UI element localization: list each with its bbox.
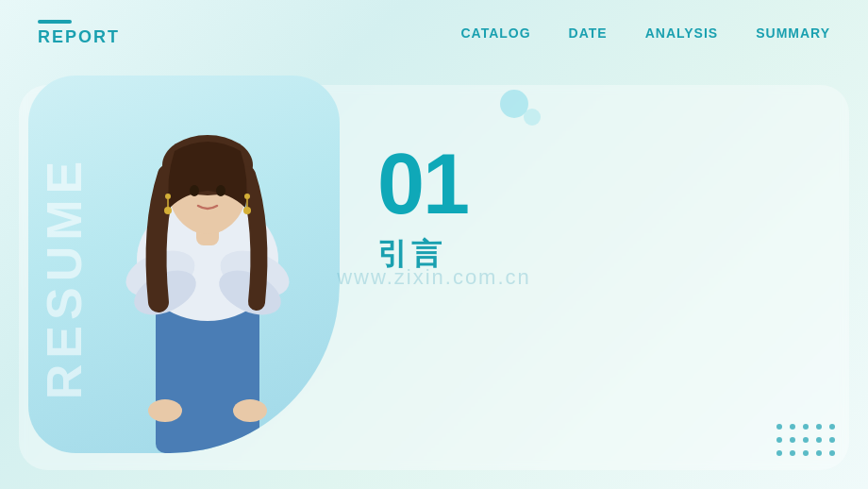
nav-item-catalog[interactable]: CATALOG bbox=[460, 25, 530, 41]
svg-point-14 bbox=[244, 194, 250, 199]
logo-area: REPORT bbox=[38, 20, 120, 47]
svg-point-16 bbox=[243, 207, 251, 214]
nav: CATALOG DATE ANALYSIS SUMMARY bbox=[460, 25, 830, 41]
section-title: 引言 bbox=[377, 234, 811, 276]
dot-2 bbox=[790, 424, 795, 430]
svg-point-9 bbox=[190, 185, 199, 196]
dot-10 bbox=[829, 437, 835, 443]
nav-item-date[interactable]: DATE bbox=[569, 25, 608, 41]
dot-14 bbox=[816, 450, 822, 456]
person-image bbox=[75, 85, 340, 453]
dot-grid-decoration bbox=[776, 424, 835, 456]
resume-vertical-text: RESUME bbox=[36, 156, 92, 399]
dot-4 bbox=[816, 424, 822, 430]
nav-item-summary[interactable]: SUMMARY bbox=[756, 25, 830, 41]
svg-point-13 bbox=[164, 207, 172, 214]
dot-13 bbox=[803, 450, 809, 456]
dot-1 bbox=[776, 424, 782, 430]
dot-5 bbox=[829, 424, 835, 430]
svg-point-10 bbox=[216, 185, 225, 196]
dot-6 bbox=[776, 437, 782, 443]
dot-15 bbox=[829, 450, 835, 456]
dot-7 bbox=[790, 437, 795, 443]
header: REPORT CATALOG DATE ANALYSIS SUMMARY bbox=[0, 0, 868, 66]
dot-11 bbox=[776, 450, 782, 456]
logo-bar-icon bbox=[38, 20, 72, 24]
main-content: RESUME 01 引言 www.zixin.com.cn bbox=[0, 66, 868, 489]
svg-point-17 bbox=[148, 399, 182, 422]
right-content-area: 01 引言 bbox=[377, 142, 811, 276]
nav-item-analysis[interactable]: ANALYSIS bbox=[645, 25, 719, 41]
dot-3 bbox=[803, 424, 809, 430]
logo-label: REPORT bbox=[38, 27, 120, 47]
svg-point-11 bbox=[165, 194, 171, 199]
dot-8 bbox=[803, 437, 809, 443]
dot-9 bbox=[816, 437, 822, 443]
dot-12 bbox=[790, 450, 795, 456]
deco-circle-2 bbox=[524, 109, 541, 126]
svg-point-18 bbox=[233, 399, 267, 422]
section-number: 01 bbox=[377, 142, 811, 227]
